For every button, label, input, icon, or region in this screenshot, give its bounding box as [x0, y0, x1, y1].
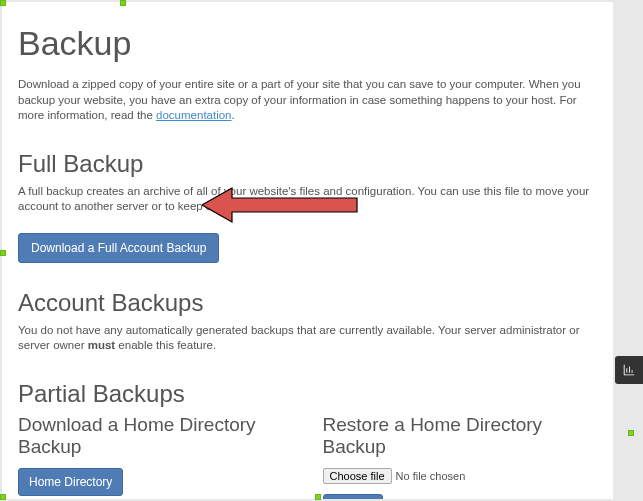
- home-directory-button[interactable]: Home Directory: [18, 468, 123, 496]
- backup-panel: Backup Download a zipped copy of your en…: [2, 2, 613, 499]
- page-title: Backup: [18, 24, 597, 63]
- selection-handle: [0, 0, 6, 6]
- selection-handle: [315, 494, 321, 500]
- account-text-post: enable this feature.: [115, 339, 216, 351]
- selection-handle: [120, 0, 126, 6]
- upload-button[interactable]: Upload: [323, 494, 383, 499]
- intro-text: Download a zipped copy of your entire si…: [18, 77, 597, 124]
- account-backups-text: You do not have any automatically genera…: [18, 323, 597, 354]
- selection-handle: [0, 250, 6, 256]
- col-restore-home: Restore a Home Directory Backup Choose f…: [323, 414, 598, 499]
- intro-pre: Download a zipped copy of your entire si…: [18, 78, 581, 121]
- selection-handle: [628, 430, 634, 436]
- restore-home-title: Restore a Home Directory Backup: [323, 414, 598, 458]
- chart-icon: [622, 363, 636, 377]
- full-backup-text: A full backup creates an archive of all …: [18, 184, 597, 215]
- file-input-row: Choose file No file chosen: [323, 468, 598, 484]
- account-backups-title: Account Backups: [18, 289, 597, 317]
- full-backup-title: Full Backup: [18, 150, 597, 178]
- documentation-link[interactable]: documentation: [156, 109, 231, 121]
- no-file-chosen-label: No file chosen: [396, 470, 466, 482]
- intro-post: .: [232, 109, 235, 121]
- selection-handle: [0, 494, 6, 500]
- download-home-title: Download a Home Directory Backup: [18, 414, 293, 458]
- stats-float-button[interactable]: [615, 356, 643, 384]
- partial-backups-title: Partial Backups: [18, 380, 597, 408]
- choose-file-button[interactable]: Choose file: [323, 468, 392, 484]
- account-text-strong: must: [88, 339, 115, 351]
- partial-columns: Download a Home Directory Backup Home Di…: [18, 414, 597, 499]
- col-download-home: Download a Home Directory Backup Home Di…: [18, 414, 293, 499]
- download-full-backup-button[interactable]: Download a Full Account Backup: [18, 233, 219, 263]
